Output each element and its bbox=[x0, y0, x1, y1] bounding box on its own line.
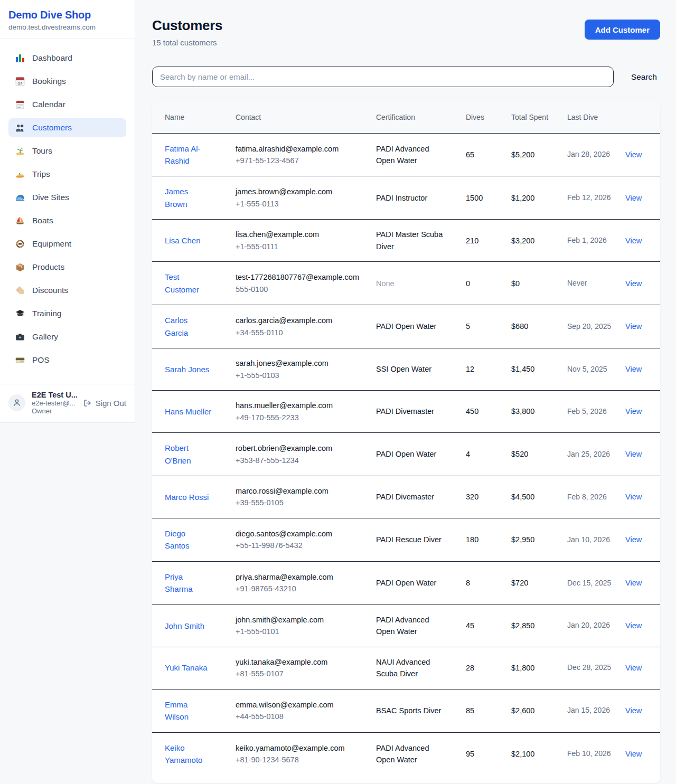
view-customer-link[interactable]: View bbox=[625, 579, 642, 587]
sidebar-item-boats[interactable]: Boats bbox=[8, 211, 126, 230]
customer-name-link[interactable]: Hans Mueller bbox=[165, 407, 211, 416]
sidebar-item-calendar[interactable]: Calendar bbox=[8, 95, 126, 114]
customer-email: lisa.chen@example.com bbox=[236, 229, 363, 240]
customer-name-link[interactable]: Test Customer bbox=[165, 272, 199, 294]
cell-actions: View bbox=[619, 133, 660, 176]
customer-email: sarah.jones@example.com bbox=[236, 357, 363, 369]
search-button[interactable]: Search bbox=[628, 68, 660, 86]
sidebar-item-label: Tours bbox=[32, 146, 52, 156]
customer-name-link[interactable]: Fatima Al-Rashid bbox=[165, 144, 201, 165]
user-footer: E2E Test U... e2e-tester@... Owner Sign … bbox=[0, 384, 135, 422]
sign-out-button[interactable]: Sign Out bbox=[83, 399, 126, 408]
search-input[interactable] bbox=[152, 67, 614, 87]
customer-name-link[interactable]: Marco Rossi bbox=[165, 493, 209, 502]
cell-last-dive: Jan 15, 2026 bbox=[561, 689, 619, 732]
customer-name-link[interactable]: Diego Santos bbox=[165, 529, 190, 550]
customer-name-link[interactable]: Robert O'Brien bbox=[165, 443, 191, 465]
sidebar-item-label: Boats bbox=[32, 216, 53, 225]
customer-name-link[interactable]: Lisa Chen bbox=[165, 236, 201, 245]
cell-name: Emma Wilson bbox=[152, 689, 229, 732]
customer-name-link[interactable]: Yuki Tanaka bbox=[165, 663, 208, 672]
island-icon bbox=[15, 146, 25, 156]
cell-name: Carlos Garcia bbox=[152, 305, 229, 348]
sidebar-item-gallery[interactable]: Gallery bbox=[8, 327, 126, 346]
svg-text:17: 17 bbox=[18, 81, 22, 86]
cell-contact: robert.obrien@example.com+353-87-555-123… bbox=[229, 433, 370, 476]
cell-certification: NAUI Advanced Scuba Diver bbox=[370, 647, 459, 689]
sidebar-item-tours[interactable]: Tours bbox=[8, 141, 126, 160]
cell-actions: View bbox=[619, 561, 660, 604]
sidebar-item-customers[interactable]: Customers bbox=[8, 118, 126, 137]
cell-certification: PADI Divemaster bbox=[370, 391, 459, 433]
sidebar-item-label: Trips bbox=[32, 169, 50, 179]
customer-email: priya.sharma@example.com bbox=[236, 571, 363, 583]
view-customer-link[interactable]: View bbox=[625, 365, 642, 373]
view-customer-link[interactable]: View bbox=[625, 664, 642, 672]
view-customer-link[interactable]: View bbox=[625, 450, 642, 458]
calendar-icon bbox=[15, 99, 25, 110]
cell-name: Hans Mueller bbox=[152, 391, 229, 433]
page-header: Customers 15 total customers Add Custome… bbox=[152, 17, 660, 47]
avatar bbox=[8, 394, 25, 411]
col-header-name: Name bbox=[152, 101, 229, 133]
customer-name-link[interactable]: James Brown bbox=[165, 187, 188, 208]
view-customer-link[interactable]: View bbox=[625, 150, 642, 159]
customer-phone: +1-555-0103 bbox=[236, 370, 363, 381]
cell-dives: 45 bbox=[459, 604, 505, 647]
cell-certification: PADI Master Scuba Diver bbox=[370, 220, 459, 262]
sidebar-item-label: Training bbox=[32, 309, 61, 318]
table-row: Test Customertest-1772681807767@example.… bbox=[152, 262, 660, 305]
view-customer-link[interactable]: View bbox=[625, 706, 642, 715]
cell-certification: SSI Open Water bbox=[370, 348, 459, 391]
customer-count: 15 total customers bbox=[152, 38, 222, 47]
view-customer-link[interactable]: View bbox=[625, 750, 642, 758]
view-customer-link[interactable]: View bbox=[625, 194, 642, 202]
sidebar-item-training[interactable]: Training bbox=[8, 304, 126, 323]
cell-contact: hans.mueller@example.com+49-170-555-2233 bbox=[229, 391, 370, 433]
cell-dives: 12 bbox=[459, 348, 505, 391]
view-customer-link[interactable]: View bbox=[625, 493, 642, 501]
cell-dives: 4 bbox=[459, 433, 505, 476]
cell-last-dive: Jan 28, 2026 bbox=[561, 133, 619, 176]
cell-dives: 85 bbox=[459, 689, 505, 732]
sidebar-item-equipment[interactable]: Equipment bbox=[8, 234, 126, 253]
sidebar-item-products[interactable]: Products bbox=[8, 258, 126, 277]
view-customer-link[interactable]: View bbox=[625, 407, 642, 415]
sidebar-item-dive-sites[interactable]: Dive Sites bbox=[8, 188, 126, 207]
cell-actions: View bbox=[619, 732, 660, 775]
sidebar-item-dashboard[interactable]: Dashboard bbox=[8, 49, 126, 68]
cell-total-spent: $5,200 bbox=[505, 133, 561, 176]
cell-contact: priya.sharma@example.com+91-98765-43210 bbox=[229, 561, 370, 604]
view-customer-link[interactable]: View bbox=[625, 237, 642, 245]
sidebar-item-discounts[interactable]: Discounts bbox=[8, 281, 126, 300]
sidebar-item-pos[interactable]: POS bbox=[8, 351, 126, 370]
view-customer-link[interactable]: View bbox=[625, 279, 642, 288]
view-customer-link[interactable]: View bbox=[625, 322, 642, 330]
customer-name-link[interactable]: Keiko Yamamoto bbox=[165, 743, 202, 764]
customer-name-link[interactable]: Carlos Garcia bbox=[165, 316, 188, 337]
customer-name-link[interactable]: John Smith bbox=[165, 621, 204, 630]
cell-last-dive: Nov 5, 2025 bbox=[561, 348, 619, 391]
sidebar-item-trips[interactable]: Trips bbox=[8, 165, 126, 184]
cell-name: Test Customer bbox=[152, 262, 229, 305]
customer-name-link[interactable]: Emma Wilson bbox=[165, 700, 189, 721]
camera-icon bbox=[15, 332, 25, 342]
customer-email: marco.rossi@example.com bbox=[236, 485, 363, 497]
customer-name-link[interactable]: Sarah Jones bbox=[165, 365, 209, 374]
customer-email: john.smith@example.com bbox=[236, 614, 363, 626]
user-name: E2E Test U... bbox=[32, 391, 77, 399]
sidebar-item-label: Customers bbox=[32, 123, 72, 133]
cell-dives: 8 bbox=[459, 561, 505, 604]
table-row: John Smithjohn.smith@example.com+1-555-0… bbox=[152, 604, 660, 647]
sidebar-item-bookings[interactable]: 17Bookings bbox=[8, 72, 126, 91]
cell-certification: BSAC Sports Diver bbox=[370, 689, 459, 732]
add-customer-button[interactable]: Add Customer bbox=[585, 20, 660, 40]
cell-last-dive: Dec 15, 2025 bbox=[561, 561, 619, 604]
cell-actions: View bbox=[619, 518, 660, 561]
view-customer-link[interactable]: View bbox=[625, 621, 642, 630]
col-header-last-dive: Last Dive bbox=[561, 101, 619, 133]
view-customer-link[interactable]: View bbox=[625, 535, 642, 544]
cell-total-spent: $520 bbox=[505, 433, 561, 476]
customer-email: keiko.yamamoto@example.com bbox=[236, 742, 363, 754]
customer-name-link[interactable]: Priya Sharma bbox=[165, 572, 193, 593]
